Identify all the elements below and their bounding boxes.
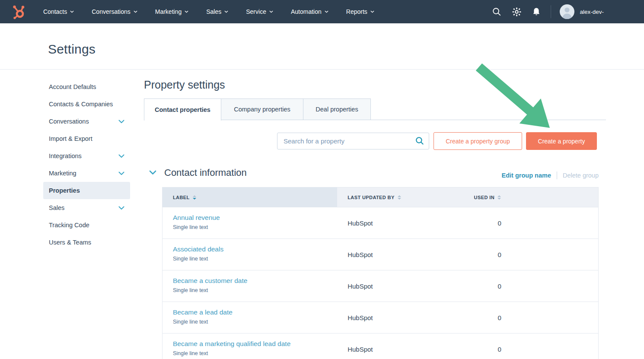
sidebar-item-label: Account Defaults: [49, 83, 96, 90]
updated-by-cell: HubSpot: [337, 239, 466, 270]
property-link[interactable]: Became a marketing qualified lead date: [173, 340, 290, 348]
tab-label: Deal properties: [316, 106, 358, 113]
column-header-label[interactable]: LABEL: [163, 187, 337, 207]
property-type: Single line text: [173, 224, 333, 230]
sidebar-item-contacts-companies[interactable]: Contacts & Companies: [43, 95, 130, 113]
table-header-row: LABEL LAST UPDATED BY USED IN: [163, 187, 598, 207]
sidebar-item-label: Integrations: [49, 152, 82, 159]
tab-label: Company properties: [234, 106, 290, 113]
used-in-cell: 0: [467, 270, 598, 302]
tab-label: Contact properties: [155, 106, 210, 113]
property-link[interactable]: Annual revenue: [173, 214, 220, 222]
sidebar-item-properties[interactable]: Properties: [43, 182, 130, 199]
sidebar-item-label: Tracking Code: [49, 222, 89, 229]
column-header-used-in[interactable]: USED IN: [467, 187, 598, 207]
chevron-down-icon: [118, 120, 124, 124]
property-link[interactable]: Became a customer date: [173, 277, 247, 285]
tab-company-properties[interactable]: Company properties: [221, 98, 303, 120]
updated-by-cell: HubSpot: [337, 207, 466, 238]
table-row: Became a customer date Single line text …: [163, 270, 598, 302]
tab-baseline: [371, 98, 606, 120]
table-row: Annual revenue Single line text HubSpot …: [163, 207, 598, 238]
property-link[interactable]: Became a lead date: [173, 308, 233, 316]
column-header-text: LABEL: [173, 195, 190, 200]
nav-item-label: Conversations: [92, 8, 131, 15]
column-header-last-updated-by[interactable]: LAST UPDATED BY: [337, 187, 466, 207]
sidebar-item-tracking-code[interactable]: Tracking Code: [43, 216, 130, 234]
nav-item-label: Contacts: [43, 8, 67, 15]
link-divider: [557, 172, 557, 179]
property-type: Single line text: [173, 350, 333, 356]
group-title: Contact information: [164, 167, 247, 178]
used-in-cell: 0: [467, 239, 598, 270]
chevron-down-icon: [118, 206, 124, 210]
create-property-button[interactable]: Create a property: [526, 132, 597, 150]
table-row: Associated deals Single line text HubSpo…: [163, 238, 598, 270]
edit-group-name-link[interactable]: Edit group name: [502, 172, 551, 179]
chevron-down-icon: [118, 154, 124, 158]
used-in-cell: 0: [467, 207, 598, 238]
create-property-group-button[interactable]: Create a property group: [434, 132, 522, 150]
sidebar-item-label: Import & Export: [49, 135, 92, 142]
chevron-down-icon: [70, 10, 74, 13]
settings-sidebar: Account Defaults Contacts & Companies Co…: [43, 78, 130, 251]
sidebar-item-conversations[interactable]: Conversations: [43, 113, 130, 130]
sidebar-item-label: Contacts & Companies: [49, 101, 113, 108]
sidebar-item-import-export[interactable]: Import & Export: [43, 130, 130, 147]
nav-item-conversations[interactable]: Conversations: [92, 8, 137, 15]
tab-deal-properties[interactable]: Deal properties: [303, 98, 371, 120]
chevron-down-icon: [118, 172, 124, 175]
tab-contact-properties[interactable]: Contact properties: [144, 98, 221, 121]
sidebar-item-integrations[interactable]: Integrations: [43, 147, 130, 165]
search-input[interactable]: [277, 133, 429, 149]
sidebar-item-sales[interactable]: Sales: [43, 199, 130, 216]
sort-icon: [497, 195, 501, 200]
updated-by-cell: HubSpot: [337, 334, 466, 359]
nav-item-contacts[interactable]: Contacts: [43, 8, 74, 15]
table-row: Became a marketing qualified lead date S…: [163, 333, 598, 359]
sidebar-item-marketing[interactable]: Marketing: [43, 165, 130, 182]
column-header-text: USED IN: [474, 195, 494, 200]
sidebar-item-label: Properties: [49, 187, 80, 194]
delete-group-link: Delete group: [563, 172, 599, 179]
property-type: Single line text: [173, 256, 333, 262]
chevron-down-icon: [134, 10, 137, 13]
updated-by-cell: HubSpot: [337, 302, 466, 333]
property-tabs: Contact properties Company properties De…: [144, 98, 606, 120]
sidebar-item-label: Marketing: [49, 170, 77, 177]
page-title: Settings: [48, 42, 96, 57]
search-icon[interactable]: [415, 137, 424, 147]
used-in-cell: 0: [467, 334, 598, 359]
collapse-group-chevron-icon[interactable]: [149, 169, 156, 177]
used-in-cell: 0: [467, 302, 598, 333]
hubspot-logo-icon[interactable]: [11, 4, 26, 19]
table-row: Became a lead date Single line text HubS…: [163, 302, 598, 333]
group-actions: Edit group name Delete group: [502, 172, 599, 179]
sort-icon: [398, 195, 401, 200]
sort-icon: [193, 195, 196, 200]
section-title: Property settings: [144, 79, 225, 91]
property-type: Single line text: [173, 287, 333, 293]
column-header-text: LAST UPDATED BY: [348, 195, 394, 200]
sidebar-item-account-defaults[interactable]: Account Defaults: [43, 78, 130, 95]
property-type: Single line text: [173, 319, 333, 325]
property-link[interactable]: Associated deals: [173, 245, 223, 253]
updated-by-cell: HubSpot: [337, 270, 466, 302]
main-content: Property settings Contact properties Com…: [144, 0, 606, 359]
property-search: [277, 133, 429, 149]
sidebar-item-users-teams[interactable]: Users & Teams: [43, 234, 130, 251]
sidebar-item-label: Sales: [49, 204, 64, 211]
sidebar-item-label: Conversations: [49, 118, 89, 125]
properties-table: LABEL LAST UPDATED BY USED IN Annual rev…: [162, 187, 599, 359]
sidebar-item-label: Users & Teams: [49, 239, 91, 246]
